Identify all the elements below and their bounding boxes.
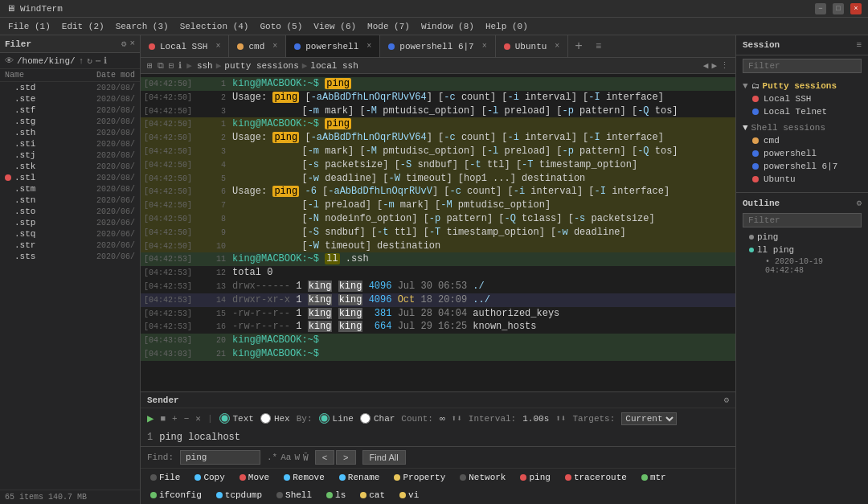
text-radio[interactable] <box>219 413 230 424</box>
clear-icon[interactable]: ✕ <box>195 413 201 424</box>
file-item[interactable]: .stg 2020/08/ <box>0 116 140 127</box>
menu-item-selection[interactable]: Selection (4) <box>175 20 254 33</box>
outline-settings-icon[interactable]: ⚙ <box>856 198 862 208</box>
nav-refresh-icon[interactable]: ↻ <box>87 55 92 66</box>
play-icon[interactable]: ▶ <box>147 412 154 425</box>
duplicate-icon[interactable]: ⧉ <box>158 61 164 71</box>
tab-close-icon[interactable]: × <box>215 42 220 51</box>
file-item[interactable]: .stk 2020/08/ <box>0 161 140 172</box>
tab-more-button[interactable]: ≡ <box>589 35 608 57</box>
putty-group-header[interactable]: ▼ 🗂 Putty sessions <box>736 80 868 92</box>
case-button[interactable]: Aa <box>280 453 291 463</box>
tab-close-icon[interactable]: × <box>366 42 371 51</box>
file-item[interactable]: .stn 2020/06/ <box>0 195 140 206</box>
file-item[interactable]: .stq 2020/06/ <box>0 228 140 240</box>
bottom-btn-tcpdump[interactable]: tcpdump <box>211 489 267 502</box>
tab-local-ssh[interactable]: Local SSH × <box>141 35 229 57</box>
file-item[interactable]: .stp 2020/06/ <box>0 217 140 228</box>
file-item[interactable]: .stj 2020/08/ <box>0 150 140 161</box>
file-item[interactable]: .stm 2020/08/ <box>0 183 140 195</box>
bottom-btn-rename[interactable]: Rename <box>334 471 385 484</box>
bottom-btn-property[interactable]: Property <box>389 471 450 484</box>
bottom-btn-ifconfig[interactable]: ifconfig <box>145 489 207 502</box>
terminal-output[interactable]: [04:42:50] 1 king@MACBOOK:~$ ping [04:42… <box>141 74 735 391</box>
file-item[interactable]: .std 2020/08/ <box>0 82 140 93</box>
bottom-btn-file[interactable]: File <box>145 471 185 484</box>
tab-close-icon[interactable]: × <box>482 42 487 51</box>
tab-close-icon[interactable]: × <box>272 42 277 51</box>
file-item[interactable]: .stl 2020/08/ <box>0 172 140 183</box>
nav-more-icon[interactable]: ⋯ <box>96 55 101 66</box>
menu-item-window[interactable]: Window (8) <box>416 20 479 33</box>
targets-select[interactable]: Current <box>621 412 677 425</box>
session-filter-input[interactable] <box>743 59 862 73</box>
session-item-local-telnet[interactable]: Local Telnet <box>736 105 868 118</box>
find-all-button[interactable]: Find All <box>362 450 406 465</box>
add-icon[interactable]: + <box>172 414 178 424</box>
bottom-btn-network[interactable]: Network <box>455 471 510 484</box>
file-item[interactable]: .stf 2020/08/ <box>0 104 140 116</box>
bottom-btn-remove[interactable]: Remove <box>279 471 330 484</box>
bottom-btn-ping[interactable]: ping <box>515 471 555 484</box>
bottom-btn-vi[interactable]: vi <box>395 489 424 502</box>
minimize-button[interactable]: − <box>815 3 826 14</box>
file-item[interactable]: .sts 2020/06/ <box>0 251 140 262</box>
add-tab-button[interactable]: + <box>568 35 589 57</box>
stop-icon[interactable]: ■ <box>160 414 166 424</box>
new-session-icon[interactable]: ⊞ <box>147 60 153 71</box>
sender-settings-icon[interactable]: ⚙ <box>723 395 729 405</box>
session-item-ubuntu[interactable]: Ubuntu <box>736 173 868 186</box>
shell-group-header[interactable]: ▼ Shell sessions <box>736 121 868 134</box>
bottom-btn-copy[interactable]: Copy <box>190 471 229 484</box>
nav-up-icon[interactable]: ↑ <box>79 56 84 66</box>
menu-item-mode[interactable]: Mode (7) <box>362 20 415 33</box>
more-icon[interactable]: ⋮ <box>720 60 729 71</box>
close-icon[interactable]: × <box>129 39 135 49</box>
session-more-icon[interactable]: ≡ <box>856 40 862 50</box>
menu-item-goto[interactable]: Goto (5) <box>255 20 307 33</box>
close-button[interactable]: × <box>850 3 862 14</box>
tab-ubuntu[interactable]: Ubuntu × <box>496 35 569 57</box>
regex2-button[interactable]: W̄ <box>303 453 309 463</box>
file-item[interactable]: .ste 2020/08/ <box>0 93 140 104</box>
remove-icon[interactable]: − <box>184 414 190 424</box>
info-icon[interactable]: ℹ <box>104 55 107 66</box>
char-radio[interactable] <box>360 413 371 424</box>
bottom-btn-move[interactable]: Move <box>235 471 274 484</box>
menu-item-help[interactable]: Help (0) <box>481 20 533 33</box>
outline-filter-input[interactable] <box>743 213 862 227</box>
settings-icon[interactable]: ⚙ <box>121 39 127 49</box>
session-item-powershell[interactable]: powershell <box>736 147 868 160</box>
tab-powershell-6|7[interactable]: powershell 6|7 × <box>380 35 495 57</box>
split-icon[interactable]: ⊟ <box>169 60 174 71</box>
bottom-btn-ls[interactable]: ls <box>321 489 350 502</box>
bottom-btn-mtr[interactable]: mtr <box>637 471 671 484</box>
bottom-btn-shell[interactable]: Shell <box>272 489 317 502</box>
scroll-right-icon[interactable]: ▶ <box>711 60 717 71</box>
maximize-button[interactable]: □ <box>833 3 844 14</box>
file-item[interactable]: .sti 2020/08/ <box>0 138 140 150</box>
session-item-powershell67[interactable]: powershell 6|7 <box>736 160 868 173</box>
session-item-local-ssh[interactable]: Local SSH <box>736 92 868 105</box>
info-icon2[interactable]: ℹ <box>178 60 182 71</box>
menu-item-edit[interactable]: Edit (2) <box>57 20 109 33</box>
tab-powershell[interactable]: powershell × <box>286 35 380 57</box>
bottom-btn-cat[interactable]: cat <box>355 489 390 502</box>
menu-item-search[interactable]: Search (3) <box>111 20 174 33</box>
session-item-cmd[interactable]: cmd <box>736 134 868 147</box>
file-item[interactable]: .sth 2020/08/ <box>0 127 140 138</box>
tab-close-icon[interactable]: × <box>555 42 559 51</box>
find-input[interactable] <box>180 450 260 465</box>
sender-input[interactable] <box>159 432 729 443</box>
find-next-button[interactable]: > <box>336 450 355 465</box>
bottom-btn-traceroute[interactable]: traceroute <box>560 471 632 484</box>
find-prev-button[interactable]: < <box>315 450 334 465</box>
file-item[interactable]: .sto 2020/06/ <box>0 206 140 217</box>
file-item[interactable]: .str 2020/06/ <box>0 240 140 251</box>
line-radio[interactable] <box>319 413 330 424</box>
interval-stepper[interactable]: ⬆⬇ <box>555 413 566 424</box>
menu-item-file[interactable]: File (1) <box>3 20 55 33</box>
regex-button[interactable]: .* <box>267 453 277 463</box>
menu-item-view[interactable]: View (6) <box>309 20 361 33</box>
hex-radio[interactable] <box>260 413 271 424</box>
